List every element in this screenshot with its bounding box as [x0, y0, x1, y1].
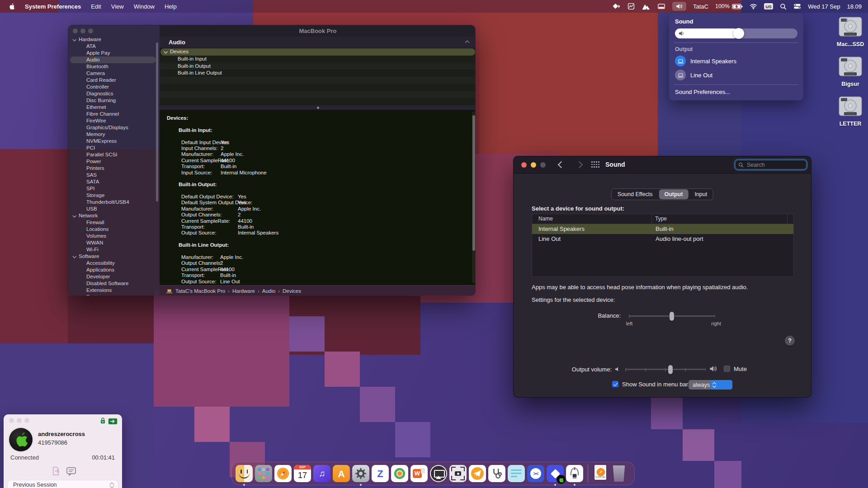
diamond-icon[interactable] — [613, 3, 621, 9]
close-button[interactable] — [73, 28, 78, 33]
sidebar-scrollbar[interactable] — [156, 42, 158, 202]
sidebar-item-sas[interactable]: SAS — [68, 172, 160, 178]
back-button[interactable] — [558, 161, 565, 169]
file-transfer-icon[interactable] — [51, 466, 61, 476]
table-row-line-out[interactable]: Line Out Audio line-out port — [532, 234, 793, 244]
dock-notes-icon[interactable] — [508, 465, 525, 482]
show-sound-checkbox[interactable] — [612, 381, 618, 387]
menu-app-name[interactable]: System Preferences — [25, 3, 81, 10]
sidebar-item-firewire[interactable]: FireWire — [68, 117, 160, 124]
breadcrumb-audio[interactable]: Audio — [262, 288, 275, 294]
balance-slider[interactable] — [629, 315, 715, 317]
sidebar-item-sata[interactable]: SATA — [68, 178, 160, 185]
tab-input[interactable]: Input — [689, 189, 712, 199]
sidebar-item-fibre-channel[interactable]: Fibre Channel — [68, 111, 160, 117]
close-button[interactable] — [9, 418, 14, 423]
sidebar-item-nvmexpress[interactable]: NVMExpress — [68, 138, 160, 145]
menu-help[interactable]: Help — [165, 3, 177, 10]
desktop-drive-bigsur[interactable]: Bigsur — [835, 56, 865, 87]
column-type[interactable]: Type — [652, 214, 788, 224]
menu-bar-mode-dropdown[interactable]: always — [689, 380, 732, 389]
sidebar-item-diagnostics[interactable]: Diagnostics — [68, 90, 160, 97]
collapse-chevron-icon[interactable] — [465, 41, 470, 45]
balance-knob[interactable] — [670, 312, 674, 321]
dock-telegram-icon[interactable] — [469, 465, 486, 482]
dock-airplay-icon[interactable] — [430, 465, 447, 482]
popover-volume-knob[interactable] — [733, 28, 744, 39]
menubar-account[interactable]: TataC — [693, 3, 708, 10]
pane-splitter[interactable] — [160, 105, 476, 110]
breadcrumb-hardware[interactable]: Hardware — [232, 288, 255, 294]
dock-safari-icon[interactable] — [274, 465, 292, 482]
monitor-graph-icon[interactable] — [627, 3, 635, 10]
mute-checkbox[interactable] — [724, 366, 730, 372]
tree-item-builtin-line-output[interactable]: Built-in Line Output — [160, 70, 476, 77]
dock-remote-desktop-icon[interactable]: >< — [527, 465, 544, 482]
sidebar-item-memory[interactable]: Memory — [68, 131, 160, 138]
sidebar-item-controller[interactable]: Controller — [68, 84, 160, 90]
sidebar-item-pci[interactable]: PCI — [68, 145, 160, 151]
dock-zoom-icon[interactable]: Z — [372, 465, 389, 482]
sidebar-item-fonts[interactable]: Fonts — [68, 294, 160, 296]
chat-icon[interactable] — [66, 467, 76, 476]
menubar-time[interactable]: 18.09 — [847, 3, 862, 10]
menu-view[interactable]: View — [111, 3, 124, 10]
output-volume-knob[interactable] — [668, 365, 673, 374]
wifi-icon[interactable] — [750, 3, 757, 9]
control-center-icon[interactable] — [793, 3, 801, 9]
popover-device-internal-speakers[interactable]: Internal Speakers — [675, 56, 797, 66]
dock-hardware-tool-icon[interactable] — [566, 465, 583, 482]
popover-volume-slider[interactable] — [675, 28, 797, 38]
search-field[interactable] — [735, 160, 807, 169]
sidebar-item-bluetooth[interactable]: Bluetooth — [68, 63, 160, 70]
sidebar-group-software[interactable]: Software — [68, 253, 160, 260]
forward-button[interactable] — [576, 161, 583, 169]
dock-calendar-icon[interactable]: SEP 17 — [294, 465, 311, 482]
sidebar-item-locations[interactable]: Locations — [68, 226, 160, 233]
table-row-internal-speakers[interactable]: Internal Speakers Built-in — [532, 224, 793, 234]
sidebar-item-printers[interactable]: Printers — [68, 165, 160, 172]
help-button[interactable]: ? — [785, 336, 795, 346]
menubar-date[interactable]: Wed 17 Sep — [808, 3, 840, 10]
dock-music-icon[interactable]: ♫ — [313, 465, 330, 482]
sidebar-item-power[interactable]: Power — [68, 158, 160, 165]
sidebar-item-extensions[interactable]: Extensions — [68, 287, 160, 294]
minimize-button[interactable] — [80, 28, 85, 33]
close-button[interactable] — [521, 162, 527, 168]
sidebar-item-disc-burning[interactable]: Disc Burning — [68, 97, 160, 104]
zoom-button[interactable] — [24, 418, 29, 423]
session-select[interactable]: Previous Session — [8, 480, 118, 488]
dock-downloads-icon[interactable]: DOWNLOAD — [593, 465, 608, 482]
minimize-button[interactable] — [17, 418, 22, 423]
keyboard-layout-badge[interactable]: US — [764, 3, 773, 9]
sidebar-item-firewall[interactable]: Firewall — [68, 219, 160, 226]
display-icon[interactable] — [657, 3, 665, 10]
audio-section-header[interactable]: Audio — [160, 37, 476, 48]
sound-menu-icon[interactable] — [672, 2, 686, 11]
dock-chrome-icon[interactable] — [391, 465, 408, 482]
dock-launchpad-icon[interactable] — [255, 465, 272, 482]
sidebar-item-applications[interactable]: Applications — [68, 267, 160, 273]
sidebar-group-network[interactable]: Network — [68, 212, 160, 219]
column-name[interactable]: Name — [532, 214, 652, 224]
sidebar-item-graphics-displays[interactable]: Graphics/Displays — [68, 124, 160, 131]
breadcrumb-devices[interactable]: Devices — [283, 288, 301, 294]
dock-system-preferences-icon[interactable] — [352, 465, 369, 482]
sidebar-item-disabled-software[interactable]: Disabled Software — [68, 280, 160, 287]
sidebar-item-usb[interactable]: USB — [68, 206, 160, 212]
sidebar-item-parallel-scsi[interactable]: Parallel SCSI — [68, 151, 160, 158]
dock-word-icon[interactable]: W — [410, 465, 428, 482]
dock-stethoscope-icon[interactable] — [488, 465, 505, 482]
dock-finder-icon[interactable] — [236, 465, 253, 482]
sound-preferences-link[interactable]: Sound Preferences... — [675, 89, 797, 95]
tab-sound-effects[interactable]: Sound Effects — [612, 189, 658, 199]
sidebar-item-wwan[interactable]: WWAN — [68, 239, 160, 246]
minimize-button[interactable] — [531, 162, 536, 168]
sidebar-item-camera[interactable]: Camera — [68, 70, 160, 77]
sidebar-item-developer[interactable]: Developer — [68, 273, 160, 280]
details-scrollbar[interactable] — [472, 112, 475, 283]
menu-window[interactable]: Window — [134, 3, 155, 10]
sidebar-item-card-reader[interactable]: Card Reader — [68, 77, 160, 84]
sidebar-group-hardware[interactable]: Hardware — [68, 36, 160, 43]
tree-item-builtin-input[interactable]: Built-in Input — [160, 56, 476, 63]
